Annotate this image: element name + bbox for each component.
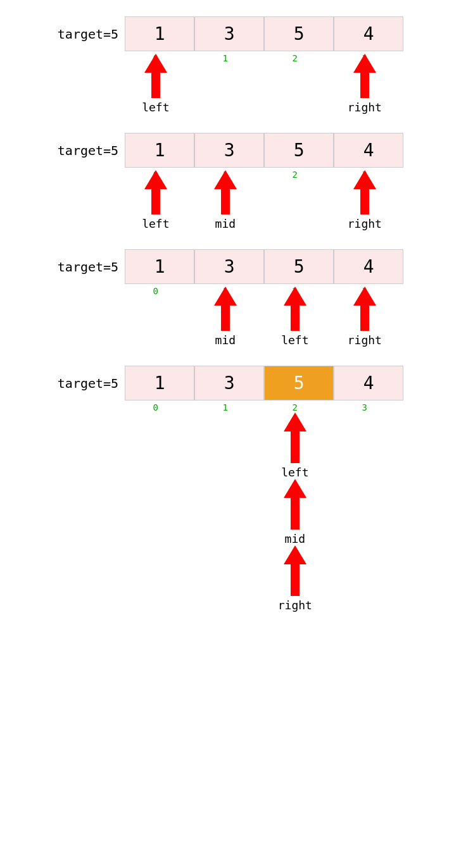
pointer-label-left: left (142, 101, 169, 114)
pointer-row: leftmidright (121, 180, 400, 230)
pointer-label-mid: mid (215, 333, 236, 347)
last-target-label: target=5 (58, 376, 118, 391)
cell-0: 1 (125, 16, 194, 51)
arrow-head (284, 479, 306, 498)
last-cell-0: 1 (125, 366, 194, 400)
arrow-head (284, 412, 306, 431)
arrow-shaft (221, 189, 230, 214)
cell-1: 3 (194, 16, 264, 51)
array-cells: 1354 (125, 16, 403, 51)
stacked-slot-1 (191, 412, 260, 612)
arrow-shaft (291, 498, 300, 530)
stacked-arrow-group: leftmidright (278, 412, 312, 612)
pointer-slot-3: right (330, 170, 400, 230)
array-row: target=51354 (58, 16, 403, 51)
pointer-slot-2: left (260, 287, 330, 347)
stacked-slot-0 (121, 412, 191, 612)
pointer-slot-3: right (330, 287, 400, 347)
arrow-shaft (151, 189, 160, 214)
arrow (214, 287, 237, 331)
last-index-0: 0 (121, 400, 191, 412)
pointer-label-mid: mid (215, 217, 236, 230)
arrow-head (214, 287, 237, 306)
pointer-slot-1: mid (191, 170, 260, 230)
arrow-head (353, 54, 376, 73)
array-cells: 1354 (125, 249, 403, 284)
cell-1: 3 (194, 133, 264, 168)
index-0: 0 (121, 284, 191, 296)
array-section-3: target=513540123midleftright (58, 249, 403, 347)
cell-3: 4 (334, 16, 403, 51)
cell-3: 4 (334, 133, 403, 168)
stacked-pointers-row: leftmidright (121, 412, 400, 612)
last-index-2: 2 (260, 400, 330, 412)
pointer-label-left: left (281, 333, 308, 347)
arrow-head (284, 545, 306, 564)
arrow-shaft (291, 564, 300, 596)
target-label: target=5 (58, 259, 118, 275)
pointer-slot-1: mid (191, 287, 260, 347)
array-section-2: target=513540123leftmidright (58, 133, 403, 230)
cell-3: 4 (334, 249, 403, 284)
arrow-shaft (151, 73, 160, 98)
arrow-shaft (291, 306, 300, 331)
arrow-shaft (360, 189, 369, 214)
arrow-shaft (360, 306, 369, 331)
arrow (284, 412, 306, 463)
arrow (284, 287, 306, 331)
last-section: target=513540123leftmidright (58, 366, 403, 612)
last-array-row: target=51354 (58, 366, 403, 400)
pointer-label-right: right (348, 333, 382, 347)
array-row: target=51354 (58, 249, 403, 284)
arrow (144, 54, 167, 98)
stacked-label-left: left (281, 466, 308, 479)
pointer-slot-3: right (330, 54, 400, 114)
index-2: 2 (260, 168, 330, 180)
stacked-slot-3 (330, 412, 400, 612)
arrow-head (144, 54, 167, 73)
array-row: target=51354 (58, 133, 403, 168)
arrow-shaft (221, 306, 230, 331)
stacked-label-mid: mid (285, 532, 306, 545)
arrow-head (144, 170, 167, 189)
arrow-head (353, 170, 376, 189)
pointer-slot-0: left (121, 54, 191, 114)
cell-2: 5 (264, 16, 334, 51)
pointer-label-left: left (142, 217, 169, 230)
arrow-head (353, 287, 376, 306)
last-array-cells: 1354 (125, 366, 403, 400)
arrow-head (284, 287, 306, 306)
arrow (284, 545, 306, 596)
arrow (214, 170, 237, 214)
pointer-label-right: right (348, 101, 382, 114)
target-label: target=5 (58, 143, 118, 158)
arrow-block-mid: mid (284, 479, 306, 545)
arrow-block-right: right (278, 545, 312, 612)
stacked-label-right: right (278, 598, 312, 612)
arrow-shaft (291, 431, 300, 463)
last-section-container: target=513540123leftmidright (58, 366, 403, 631)
array-section-1: target=513540123leftright (58, 16, 403, 114)
index-2: 2 (260, 51, 330, 63)
arrow (144, 170, 167, 214)
arrow-shaft (360, 73, 369, 98)
target-label: target=5 (58, 27, 118, 42)
arrow (353, 54, 376, 98)
last-cell-3: 4 (334, 366, 403, 400)
last-cell-1: 3 (194, 366, 264, 400)
arrow-head (214, 170, 237, 189)
arrow-block-left: left (281, 412, 308, 479)
arrow (353, 170, 376, 214)
cell-2: 5 (264, 249, 334, 284)
stacked-slot-2: leftmidright (260, 412, 330, 612)
array-cells: 1354 (125, 133, 403, 168)
arrow (284, 479, 306, 530)
cell-2: 5 (264, 133, 334, 168)
sections-container: target=513540123leftrighttarget=51354012… (58, 16, 403, 366)
pointer-row: leftright (121, 63, 400, 114)
last-index-1: 1 (191, 400, 260, 412)
arrow (353, 287, 376, 331)
last-index-3: 3 (330, 400, 400, 412)
cell-0: 1 (125, 133, 194, 168)
last-cell-2: 5 (264, 366, 334, 400)
